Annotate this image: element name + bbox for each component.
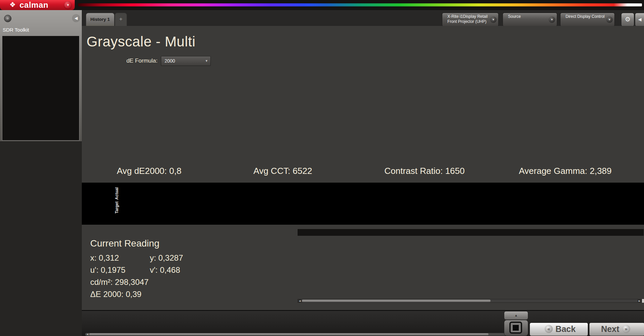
spectrum-gradient-bar xyxy=(78,3,642,6)
stat-avg-de2000: Avg dE2000: 0,8 xyxy=(117,166,181,176)
deltae-2000-chart xyxy=(84,67,212,163)
window-frame-icon xyxy=(509,322,522,334)
scroll-left-icon[interactable]: ◀ xyxy=(86,333,89,336)
patch-strip-scrollbar[interactable]: ◀ ▶ xyxy=(85,333,516,336)
table-horizontal-scrollbar[interactable]: ◀ ▶ xyxy=(298,299,642,303)
current-reading-title: Current Reading xyxy=(90,238,159,249)
patch-button-strip xyxy=(86,316,516,333)
window-fill-icon xyxy=(513,325,519,331)
tab-history-1[interactable]: History 1 xyxy=(86,13,114,26)
measurement-table: ◀ ▶ xyxy=(298,229,644,303)
tab-strip xyxy=(82,10,644,26)
patch-scrollbar-thumb[interactable] xyxy=(89,333,488,335)
sidebar: ◀ SDR Toolkit xyxy=(0,10,82,336)
chevron-down-icon: ▼ xyxy=(67,3,70,7)
workflow-tree xyxy=(2,36,79,141)
chevron-down-icon: ▼ xyxy=(205,59,208,63)
grayscale-ramp-band: Actual Target xyxy=(82,183,644,225)
source-accent-bar xyxy=(504,14,506,25)
back-button[interactable]: «Back xyxy=(530,323,588,336)
table-scrollbar-corner xyxy=(642,299,644,303)
scroll-left-icon[interactable]: ◀ xyxy=(298,299,302,302)
stat-average-gamma: Average Gamma: 2,389 xyxy=(519,166,612,176)
chevron-down-icon: ▼ xyxy=(606,16,613,23)
expand-up-button[interactable]: ▲ xyxy=(504,311,528,320)
chevron-left-icon: ◀ xyxy=(638,17,642,22)
settings-button[interactable]: ⚙ xyxy=(621,13,634,27)
workflow-radio-button[interactable] xyxy=(4,15,11,22)
de-formula-value: 2000 xyxy=(165,58,175,64)
calman-logo-text: calman xyxy=(20,0,48,10)
chevrons-right-icon: » xyxy=(622,325,630,333)
stat-contrast-ratio: Contrast Ratio: 1650 xyxy=(384,166,465,176)
source-dropdown[interactable]: Source ▼ xyxy=(503,13,557,27)
gamma-loglog-chart xyxy=(492,39,644,166)
calman-diamond-icon: ❖ xyxy=(9,1,16,9)
reading-y: y: 0,3287 xyxy=(150,253,183,263)
page-title: Grayscale - Multi xyxy=(87,34,196,50)
rgb-balance-line-chart xyxy=(215,39,424,166)
scroll-right-icon[interactable]: ▶ xyxy=(638,299,641,302)
meter-dropdown[interactable]: X-Rite i1Display RetailFront Projector (… xyxy=(442,13,499,27)
meter-accent-bar xyxy=(443,14,445,25)
chevron-down-icon: ▼ xyxy=(549,16,555,23)
radio-dot-icon xyxy=(6,17,9,20)
add-tab-button[interactable]: + xyxy=(115,13,127,26)
chevron-up-icon: ▲ xyxy=(514,313,518,317)
source-dropdown-label: Source xyxy=(508,14,521,19)
cie-1931-xy-chart xyxy=(192,233,303,310)
patch-window-toggle-button[interactable] xyxy=(504,320,528,336)
sidebar-header-panel: ◀ SDR Toolkit xyxy=(0,10,82,141)
reading-v-prime: v': 0,468 xyxy=(150,265,180,275)
table-scrollbar-thumb[interactable] xyxy=(302,300,490,302)
calman-app-window: ❖ calman ▼ History 1 + X-Rite i1Display … xyxy=(0,0,644,336)
collapse-panel-button[interactable]: ◀ xyxy=(635,13,644,27)
chevron-left-icon: ◀ xyxy=(74,16,77,21)
reading-x: x: 0,312 xyxy=(90,253,119,263)
table-header-row xyxy=(298,229,644,236)
de-formula-select[interactable]: 2000 ▼ xyxy=(161,56,211,66)
ramp-actual-label: Actual xyxy=(114,187,119,200)
reading-u-prime: u': 0,1975 xyxy=(90,265,126,275)
calman-logo[interactable]: ❖ calman ▼ xyxy=(0,0,75,10)
ramp-target-label: Target xyxy=(114,201,119,214)
display-control-dropdown-label: Direct Display Control xyxy=(566,14,605,19)
display-control-accent-bar xyxy=(562,14,563,25)
gear-icon: ⚙ xyxy=(625,16,631,23)
sidebar-title: SDR Toolkit xyxy=(3,27,29,33)
next-button[interactable]: Next» xyxy=(589,323,644,336)
logo-menu-dropdown[interactable]: ▼ xyxy=(64,1,72,9)
meter-dropdown-label: X-Rite i1Display RetailFront Projector (… xyxy=(447,14,487,24)
direct-display-control-dropdown[interactable]: Direct Display Control ▼ xyxy=(560,13,615,27)
chevrons-left-icon: « xyxy=(545,325,553,333)
sidebar-collapse-button[interactable]: ◀ xyxy=(72,14,80,22)
reading-de2000: ΔE 2000: 0,39 xyxy=(90,290,141,299)
de-formula-label: dE Formula: xyxy=(118,58,158,64)
rgb-balance-bar-chart xyxy=(425,39,497,166)
chevron-down-icon: ▼ xyxy=(490,16,497,23)
stat-avg-cct: Avg CCT: 6522 xyxy=(253,166,312,176)
reading-luminance: cd/m²: 298,3047 xyxy=(90,277,148,287)
